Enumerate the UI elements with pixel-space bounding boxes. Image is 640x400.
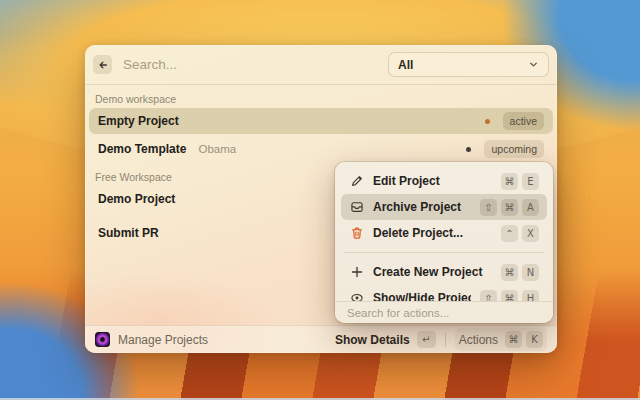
- actions-button[interactable]: Actions ⌘ K: [455, 328, 547, 351]
- status-bar: Manage Projects Show Details ↵ Actions ⌘…: [85, 325, 557, 353]
- list-item-title: Demo Template: [98, 142, 186, 156]
- arrow-left-icon: [97, 59, 109, 71]
- list-item-title: Empty Project: [98, 114, 179, 128]
- manage-projects-app-icon: [95, 332, 110, 347]
- menu-item-delete-project[interactable]: Delete Project... ⌃ X: [341, 220, 547, 246]
- list-item-title: Demo Project: [98, 192, 175, 206]
- list-item-subtitle: Obama: [198, 143, 236, 155]
- status-dot: [466, 147, 471, 152]
- actions-label: Actions: [459, 333, 498, 347]
- footer-divider: [445, 333, 446, 347]
- action-menu-items: Edit Project ⌘ E Archive Project ⇧ ⌘ A D…: [335, 162, 553, 311]
- back-button[interactable]: [93, 55, 112, 74]
- a-key-icon: A: [522, 199, 539, 216]
- menu-item-label: Edit Project: [373, 174, 492, 188]
- search-header: Search... All: [85, 45, 557, 85]
- x-key-icon: X: [522, 225, 539, 242]
- action-search-input[interactable]: Search for actions...: [347, 307, 449, 319]
- menu-item-archive-project[interactable]: Archive Project ⇧ ⌘ A: [341, 194, 547, 220]
- status-badge: active: [503, 112, 544, 130]
- menu-item-label: Create New Project: [373, 265, 492, 279]
- cmd-key-icon: ⌘: [505, 331, 522, 348]
- menu-item-label: Archive Project: [373, 200, 471, 214]
- app-name: Manage Projects: [118, 333, 208, 347]
- cmd-key-icon: ⌘: [501, 264, 518, 281]
- action-menu-panel: Edit Project ⌘ E Archive Project ⇧ ⌘ A D…: [335, 162, 553, 323]
- status-dot: [485, 119, 490, 124]
- show-details-button[interactable]: Show Details: [335, 333, 410, 347]
- pencil-icon: [349, 174, 364, 189]
- menu-divider: [344, 252, 544, 253]
- menu-item-edit-project[interactable]: Edit Project ⌘ E: [341, 168, 547, 194]
- cmd-key-icon: ⌘: [501, 199, 518, 216]
- chevron-down-icon: [528, 59, 539, 70]
- cmd-key-icon: ⌘: [501, 173, 518, 190]
- return-key-icon: ↵: [417, 331, 436, 348]
- filter-dropdown-value: All: [398, 58, 528, 72]
- list-item-demo-template[interactable]: Demo Template Obama upcoming: [89, 136, 553, 162]
- archive-icon: [349, 200, 364, 215]
- filter-dropdown[interactable]: All: [388, 52, 549, 77]
- n-key-icon: N: [522, 264, 539, 281]
- e-key-icon: E: [522, 173, 539, 190]
- action-search-bar: Search for actions...: [335, 301, 553, 323]
- search-input[interactable]: Search...: [123, 57, 177, 72]
- ctrl-key-icon: ⌃: [501, 225, 518, 242]
- menu-item-label: Delete Project...: [373, 226, 492, 240]
- shift-key-icon: ⇧: [480, 199, 497, 216]
- list-item-empty-project[interactable]: Empty Project active: [89, 108, 553, 134]
- menu-item-create-new-project[interactable]: Create New Project ⌘ N: [341, 259, 547, 285]
- trash-icon: [349, 226, 364, 241]
- k-key-icon: K: [526, 331, 543, 348]
- section-label-demo-workspace: Demo workspace: [95, 94, 547, 105]
- list-item-title: Submit PR: [98, 226, 159, 240]
- plus-icon: [349, 265, 364, 280]
- status-badge: upcoming: [484, 140, 544, 158]
